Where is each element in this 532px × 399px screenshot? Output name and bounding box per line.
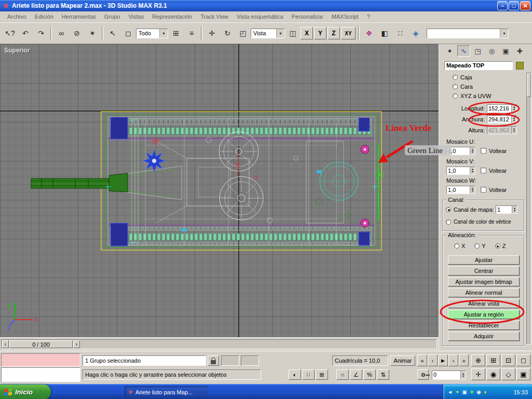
zoom-region-icon[interactable]: ◻ [516, 354, 530, 366]
bind-spacewarp-icon[interactable]: ✴ [85, 26, 100, 40]
arc-rotate-icon[interactable]: ◉ [486, 368, 500, 380]
dots-icon[interactable]: ∷ [302, 369, 315, 380]
grid-snap-icon[interactable]: ⊞ [316, 369, 328, 380]
radio-align-x[interactable] [454, 243, 459, 249]
rotate-icon[interactable]: ↻ [220, 26, 235, 40]
ajustar-imagen-bitmap-button[interactable]: Ajustar imagen bitmap [448, 277, 520, 286]
chevron-down-icon[interactable] [276, 29, 284, 38]
tab-utilities[interactable]: ✚ [513, 45, 526, 57]
menu-vistas[interactable]: Vistas [124, 12, 148, 21]
adquirir-button[interactable]: Adquirir [448, 332, 520, 341]
time-slider-track[interactable]: ‹ 0 / 100 › [1, 339, 437, 349]
menu-representacion[interactable]: Representación [148, 12, 196, 21]
alinear-normal-button[interactable]: Alinear normal [448, 288, 520, 297]
modifier-color-swatch[interactable] [516, 62, 524, 70]
named-selection-combo[interactable] [427, 29, 509, 38]
next-frame-button[interactable]: › [448, 354, 458, 366]
menu-vista-esquematica[interactable]: Vista esquemática [233, 12, 288, 21]
redo-icon[interactable]: ↷ [33, 26, 49, 40]
ajustar-a-region-button[interactable]: Ajustar a región [448, 310, 520, 319]
animate-button[interactable]: Animar [390, 355, 415, 366]
chevron-down-icon[interactable] [159, 29, 168, 38]
alinear-vista-button[interactable]: Alinear vista [448, 299, 520, 308]
tab-hierarchy[interactable]: ◳ [471, 45, 484, 57]
tray-icon-2[interactable]: ▣ [462, 389, 467, 395]
mosaico-w-field[interactable]: 1,0 [446, 186, 475, 194]
spinner-snap-icon[interactable]: ⇅ [377, 369, 389, 380]
selection-lock-button[interactable] [208, 355, 219, 366]
tray-icon-3[interactable]: ✚ [470, 389, 474, 395]
key-mode-button[interactable] [417, 369, 429, 380]
pivot-constraint-icon[interactable]: ◫ [285, 26, 301, 40]
menu-archivo[interactable]: Archivo [3, 12, 31, 21]
select-and-link-icon[interactable]: ∞ [53, 26, 69, 40]
maxscript-mini-listener-top[interactable] [1, 353, 80, 367]
minimize-button[interactable]: – [497, 1, 508, 10]
taskbar-task-button[interactable]: ✳ Ariete listo para Map... [125, 386, 208, 398]
select-by-name-icon[interactable]: ≡ [184, 26, 199, 40]
min-max-toggle-icon[interactable]: ▣ [516, 368, 530, 380]
modifier-name-field[interactable]: Mapeado TOP [444, 61, 513, 70]
voltear-u-checkbox[interactable] [481, 148, 486, 154]
current-frame-field[interactable]: 0 [432, 370, 466, 380]
pan-icon[interactable]: ✛ [471, 368, 485, 380]
radio-align-z[interactable] [495, 243, 500, 249]
time-slider-next[interactable]: › [73, 340, 80, 348]
unlink-icon[interactable]: ⊘ [69, 26, 85, 40]
radio-caja[interactable] [453, 75, 458, 80]
chevron-down-icon[interactable] [500, 29, 508, 38]
window-crossing-icon[interactable]: ⊞ [168, 26, 184, 40]
menu-maxscript[interactable]: MAXScript [328, 12, 363, 21]
play-button[interactable]: ▶ [438, 354, 448, 366]
go-to-start-button[interactable]: « [417, 354, 427, 366]
spinner-icon[interactable] [470, 186, 475, 194]
go-to-end-button[interactable]: » [459, 354, 469, 366]
restrict-xy-button[interactable]: XY [341, 27, 356, 39]
radio-canal-color-vertice[interactable] [446, 219, 451, 225]
restrict-x-button[interactable]: X [301, 27, 313, 39]
spinner-icon[interactable] [511, 105, 516, 112]
spinner-icon[interactable] [512, 206, 517, 213]
selection-filter-combo[interactable]: Todo [136, 29, 168, 38]
tray-icon-5[interactable]: ♦ [484, 389, 486, 395]
spinner-icon[interactable] [470, 147, 475, 155]
panel-scrollbar[interactable] [526, 73, 531, 345]
panel-scrollbar-thumb[interactable] [527, 73, 531, 97]
spinner-icon[interactable] [511, 116, 516, 123]
longitud-field[interactable]: 152,216 [487, 104, 517, 113]
ik-toggle-icon[interactable]: ❖ [361, 26, 377, 40]
angle-snap-icon[interactable]: ∠ [350, 369, 362, 380]
previous-frame-button[interactable]: ‹ [428, 354, 438, 366]
coord-system-combo[interactable]: Vista [251, 29, 285, 38]
time-slider-handle[interactable]: 0 / 100 [9, 340, 73, 348]
tray-icon-4[interactable]: ◉ [476, 389, 481, 395]
field-of-view-icon[interactable]: ◇ [501, 368, 515, 380]
mosaico-v-field[interactable]: 1,0 [446, 167, 475, 175]
menu-track-view[interactable]: Track View [196, 12, 233, 21]
align-icon[interactable]: ◈ [408, 26, 424, 40]
scale-icon[interactable]: ◰ [235, 26, 251, 40]
zoom-extents-icon[interactable]: ⊡ [501, 354, 515, 366]
radio-canal-de-mapa[interactable] [446, 207, 451, 212]
viewport-superior[interactable]: Superior [0, 44, 439, 337]
tab-display[interactable]: ▣ [499, 45, 512, 57]
menu-help[interactable]: ? [363, 12, 374, 21]
canal-de-mapa-field[interactable]: 1 [496, 205, 517, 214]
voltear-v-checkbox[interactable] [481, 168, 486, 173]
menu-personalizar[interactable]: Personalizar [288, 12, 328, 21]
context-help-icon[interactable]: ↖? [2, 26, 18, 40]
menu-edicion[interactable]: Edición [31, 12, 58, 21]
viewport-label[interactable]: Superior [4, 47, 30, 54]
restrict-z-button[interactable]: Z [328, 27, 340, 39]
undo-icon[interactable]: ↶ [18, 26, 33, 40]
percent-snap-icon[interactable]: % [363, 369, 376, 380]
mosaico-u-field[interactable]: 1,0 [446, 147, 475, 155]
tray-icon-1[interactable]: ✦ [455, 389, 459, 395]
radio-cara[interactable] [453, 84, 458, 89]
anchura-field[interactable]: 294,812 [487, 115, 517, 123]
restrict-y-button[interactable]: Y [314, 27, 326, 39]
ajustar-button[interactable]: Ajustar [448, 255, 520, 265]
maxscript-mini-listener-bottom[interactable] [1, 367, 80, 382]
radio-xyz-a-uvw[interactable] [453, 93, 458, 99]
mirror-icon[interactable]: ◧ [377, 26, 392, 40]
